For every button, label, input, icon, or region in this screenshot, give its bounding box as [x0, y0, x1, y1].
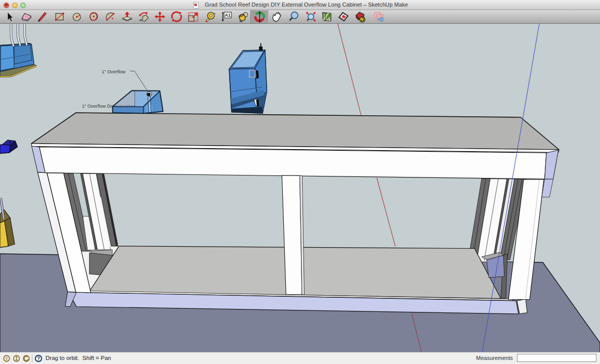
svg-text:A1: A1 — [225, 13, 231, 18]
svg-text:1” Overflow: 1” Overflow — [102, 69, 125, 74]
svg-text:?: ? — [37, 355, 40, 361]
